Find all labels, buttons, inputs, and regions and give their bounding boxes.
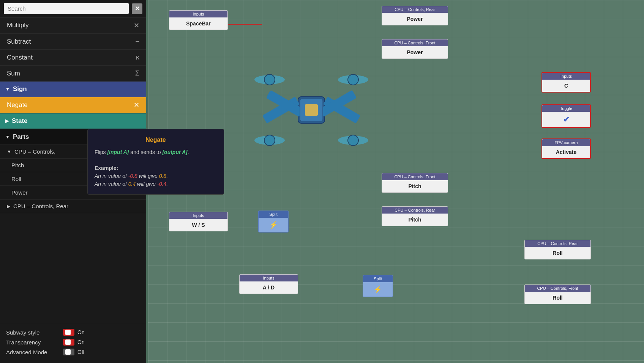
node-cpu-rear-roll-body: Roll <box>525 247 590 259</box>
parts-arrow-icon: ▼ <box>5 134 10 140</box>
node-fpv-header: FPV-camera <box>542 139 590 146</box>
node-toggle-header: Toggle <box>542 105 590 112</box>
list-item-subtract[interactable]: Subtract − <box>0 34 146 50</box>
advanced-mode-knob <box>65 349 71 355</box>
node-fpv-camera[interactable]: FPV-camera Activate <box>541 138 591 159</box>
node-inputs-ad[interactable]: Inputs A / D <box>239 274 298 294</box>
node-split-top-header: Split <box>259 211 288 218</box>
sign-arrow-icon: ▼ <box>5 86 10 92</box>
transparency-toggle[interactable] <box>63 339 74 346</box>
subtract-icon: − <box>135 38 139 46</box>
constant-label: Constant <box>7 54 33 61</box>
tooltip-output-ref: [output A] <box>162 149 187 155</box>
node-inputs-ws[interactable]: Inputs W / S <box>169 212 228 231</box>
svg-rect-25 <box>305 104 318 116</box>
advanced-mode-value: Off <box>77 349 84 355</box>
drone-visualization <box>232 30 391 190</box>
node-inputs-ws-body: W / S <box>169 219 227 231</box>
negate-icon: ✕ <box>134 101 139 109</box>
tooltip-neg-val1: -0.8 <box>128 173 137 179</box>
negate-tooltip: Negate Flips [input A] and sends to [out… <box>87 129 224 195</box>
tooltip-title: Negate <box>95 135 217 145</box>
tooltip-input-ref: [input A] <box>107 149 129 155</box>
search-input[interactable] <box>4 3 129 14</box>
node-cpu-front-pitch[interactable]: CPU – Controls, Front Pitch <box>382 173 448 193</box>
roll-label: Roll <box>11 176 21 182</box>
node-cpu-front-roll-body: Roll <box>525 292 590 304</box>
cpu-front-arrow-icon: ▼ <box>7 149 11 154</box>
tooltip-example1: An in value of -0.8 will give 0.8. <box>95 172 217 180</box>
subtract-label: Subtract <box>7 38 31 46</box>
node-inputs-c-header: Inputs <box>542 73 590 80</box>
node-split-bot[interactable]: Split ⚡ <box>363 275 393 297</box>
node-cpu-rear-pitch-top-body: Pitch <box>382 214 448 226</box>
node-toggle-body: ✔ <box>542 112 590 127</box>
subway-style-knob <box>65 330 71 335</box>
node-cpu-front-roll-header: CPU – Controls, Front <box>525 285 590 292</box>
sum-label: Sum <box>7 70 20 77</box>
sum-icon: Σ <box>135 69 139 77</box>
transparency-label: Transparency <box>6 339 63 346</box>
transparency-value: On <box>77 339 85 345</box>
node-cpu-front-power-header: CPU – Controls, Front <box>382 39 448 46</box>
node-cpu-front-pitch-body: Pitch <box>382 180 448 192</box>
subway-style-label: Subway style <box>6 329 63 336</box>
node-cpu-front-roll[interactable]: CPU – Controls, Front Roll <box>524 284 591 304</box>
advanced-mode-label: Advanced Mode <box>6 349 63 355</box>
state-label: State <box>12 117 28 125</box>
list-item-multiply[interactable]: Multiply ✕ <box>0 17 146 34</box>
sign-section-header[interactable]: ▼ Sign <box>0 82 146 97</box>
node-inputs-ws-header: Inputs <box>169 212 227 219</box>
node-inputs-spacebar-header: Inputs <box>169 11 227 17</box>
node-fpv-body: Activate <box>542 146 590 158</box>
node-inputs-ad-header: Inputs <box>240 275 298 281</box>
constant-icon: ĸ <box>136 53 139 61</box>
search-clear-button[interactable]: ✕ <box>132 3 142 14</box>
pitch-label: Pitch <box>11 162 24 168</box>
transparency-knob <box>65 339 71 345</box>
search-bar: ✕ <box>0 0 146 17</box>
node-cpu-rear-roll-header: CPU – Controls, Rear <box>525 240 590 247</box>
node-toggle[interactable]: Toggle ✔ <box>541 104 591 128</box>
power-label: Power <box>11 189 28 196</box>
cpu-controls-front-label: CPU – Controls, <box>14 148 55 155</box>
advanced-mode-row: Advanced Mode Off <box>6 349 140 355</box>
node-cpu-rear-pitch-top-header: CPU – Controls, Rear <box>382 207 448 214</box>
node-cpu-rear-roll[interactable]: CPU – Controls, Rear Roll <box>524 240 591 259</box>
node-inputs-spacebar[interactable]: Inputs SpaceBar <box>169 10 228 30</box>
node-cpu-rear-power-header: CPU – Controls, Rear <box>382 6 448 13</box>
node-inputs-ad-body: A / D <box>240 281 298 294</box>
negate-label: Negate <box>7 101 28 109</box>
subway-style-toggle[interactable] <box>63 329 74 336</box>
state-section-header[interactable]: ▶ State <box>0 113 146 129</box>
node-inputs-c[interactable]: Inputs C <box>541 72 591 93</box>
list-item-negate[interactable]: Negate ✕ <box>0 97 146 113</box>
node-cpu-front-power-body: Power <box>382 46 448 58</box>
cpu-controls-rear-label: CPU – Controls, Rear <box>13 203 68 209</box>
tooltip-description: Flips [input A] and sends to [output A]. <box>95 148 217 156</box>
sign-label: Sign <box>13 85 27 93</box>
node-split-bot-body: ⚡ <box>363 282 393 297</box>
node-cpu-front-pitch-header: CPU – Controls, Front <box>382 173 448 180</box>
node-split-top-body: ⚡ <box>259 218 288 232</box>
multiply-label: Multiply <box>7 22 29 29</box>
svg-point-21 <box>348 74 358 85</box>
tooltip-example2: An in value of 0.4 will give -0.4. <box>95 180 217 188</box>
list-item-sum[interactable]: Sum Σ <box>0 66 146 82</box>
subway-style-value: On <box>77 329 85 335</box>
advanced-mode-toggle[interactable] <box>63 349 74 355</box>
node-split-top[interactable]: Split ⚡ <box>258 211 289 233</box>
node-cpu-front-power[interactable]: CPU – Controls, Front Power <box>382 39 448 59</box>
bottom-toggles: Subway style On Transparency On Advanced… <box>0 324 146 363</box>
subway-style-row: Subway style On <box>6 329 140 336</box>
svg-point-20 <box>264 74 275 85</box>
parts-label: Parts <box>13 133 29 141</box>
tooltip-pos-val1: 0.8 <box>159 173 166 179</box>
list-item-constant[interactable]: Constant ĸ <box>0 50 146 66</box>
node-split-bot-header: Split <box>363 275 393 282</box>
node-cpu-rear-pitch-top[interactable]: CPU – Controls, Rear Pitch <box>382 206 448 226</box>
node-cpu-rear-power[interactable]: CPU – Controls, Rear Power <box>382 6 448 25</box>
node-inputs-c-body: C <box>542 80 590 92</box>
state-arrow-icon: ▶ <box>5 118 9 124</box>
cpu-controls-rear-header[interactable]: ▶ CPU – Controls, Rear <box>0 200 146 213</box>
